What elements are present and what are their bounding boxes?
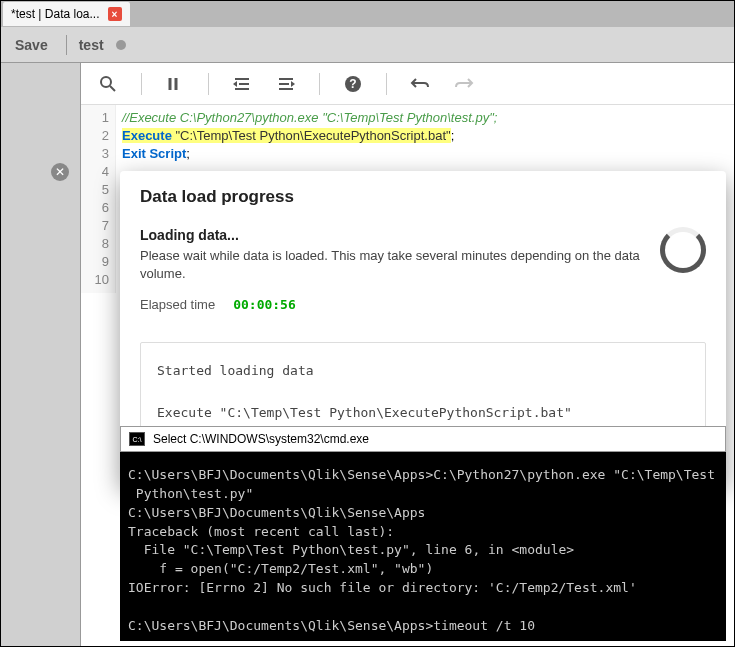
section-status-icon bbox=[116, 40, 126, 50]
sidebar-close-icon[interactable]: ✕ bbox=[51, 163, 69, 181]
toolbar-separator bbox=[66, 35, 67, 55]
tab-bar: *test | Data loa... × bbox=[1, 1, 734, 27]
cmd-window-title: Select C:\WINDOWS\system32\cmd.exe bbox=[153, 432, 369, 446]
code-keyword: Exit Script bbox=[122, 146, 186, 161]
section-name[interactable]: test bbox=[79, 37, 104, 53]
svg-line-1 bbox=[110, 86, 115, 91]
undo-icon[interactable] bbox=[409, 73, 431, 95]
loading-status-desc: Please wait while data is loaded. This m… bbox=[140, 247, 646, 283]
terminal-output[interactable]: C:\Users\BFJ\Documents\Qlik\Sense\Apps>C… bbox=[120, 452, 726, 641]
separator bbox=[386, 73, 387, 95]
separator bbox=[208, 73, 209, 95]
sidebar: ✕ bbox=[1, 63, 81, 646]
cmd-icon: C:\ bbox=[129, 432, 145, 446]
svg-marker-7 bbox=[233, 81, 237, 87]
help-icon[interactable]: ? bbox=[342, 73, 364, 95]
separator bbox=[319, 73, 320, 95]
modal-title: Data load progress bbox=[120, 171, 726, 219]
svg-marker-11 bbox=[291, 81, 295, 87]
outdent-icon[interactable] bbox=[231, 73, 253, 95]
svg-text:?: ? bbox=[349, 77, 356, 91]
app-tab[interactable]: *test | Data loa... × bbox=[3, 2, 130, 26]
code-keyword: Execute bbox=[122, 128, 172, 143]
elapsed-time-label: Elapsed time bbox=[140, 297, 215, 312]
line-gutter: 12345678910 bbox=[81, 105, 116, 293]
toolbar: Save test bbox=[1, 27, 734, 63]
code-comment: //Execute C:\Python27\python.exe "C:\Tem… bbox=[122, 110, 497, 125]
separator bbox=[141, 73, 142, 95]
search-icon[interactable] bbox=[97, 73, 119, 95]
tab-title: *test | Data loa... bbox=[11, 7, 100, 21]
spinner-icon bbox=[660, 227, 706, 273]
editor-toolbar: ? bbox=[81, 63, 734, 105]
comment-icon[interactable] bbox=[164, 73, 186, 95]
close-icon[interactable]: × bbox=[108, 7, 122, 21]
cmd-window-titlebar[interactable]: C:\ Select C:\WINDOWS\system32\cmd.exe bbox=[120, 426, 726, 452]
svg-point-0 bbox=[101, 77, 111, 87]
loading-status-title: Loading data... bbox=[140, 227, 646, 243]
code-string: "C:\Temp\Test Python\ExecutePythonScript… bbox=[172, 128, 451, 143]
elapsed-time-value: 00:00:56 bbox=[233, 297, 296, 312]
save-button[interactable]: Save bbox=[9, 33, 54, 57]
redo-icon[interactable] bbox=[453, 73, 475, 95]
indent-icon[interactable] bbox=[275, 73, 297, 95]
